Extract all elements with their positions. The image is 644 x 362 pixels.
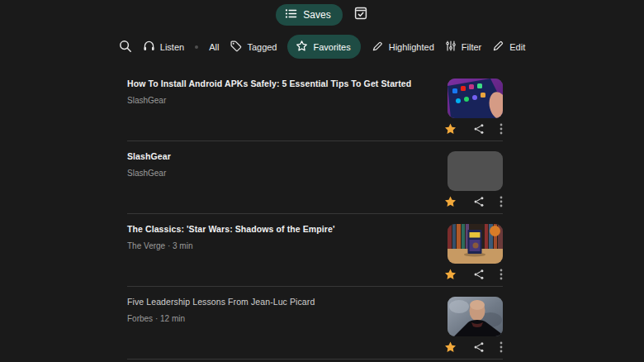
listen-label: Listen xyxy=(160,42,184,52)
pencil-icon xyxy=(492,40,504,54)
sliders-icon xyxy=(445,40,457,54)
bulk-edit-button[interactable] xyxy=(353,6,368,23)
edit-button[interactable]: Edit xyxy=(492,40,525,54)
saves-button[interactable]: Saves xyxy=(276,4,342,26)
item-thumbnail-star-wars-box xyxy=(447,224,503,264)
item-text: Five Leadership Lessons From Jean-Luc Pi… xyxy=(127,297,443,354)
item-text: SlashGear SlashGear xyxy=(127,151,443,208)
list-item[interactable]: The Classics: 'Star Wars: Shadows of the… xyxy=(127,214,503,281)
favorite-button[interactable] xyxy=(443,195,457,208)
edit-label: Edit xyxy=(509,42,525,52)
tag-icon xyxy=(230,40,242,54)
filter-toolbar: Listen All Tagged Favorites Highlighted xyxy=(0,35,644,59)
search-icon xyxy=(119,40,132,55)
share-button[interactable] xyxy=(473,123,485,135)
item-actions xyxy=(443,195,503,208)
overflow-menu-button[interactable] xyxy=(500,196,503,207)
item-thumbnail-placeholder xyxy=(447,151,503,191)
item-title: The Classics: 'Star Wars: Shadows of the… xyxy=(127,224,429,235)
filter-button[interactable]: Filter xyxy=(445,40,481,54)
share-button[interactable] xyxy=(473,269,485,280)
item-title: SlashGear xyxy=(127,151,429,162)
tab-all[interactable]: All xyxy=(209,42,219,52)
item-title: How To Install Android APKs Safely: 5 Es… xyxy=(127,79,429,89)
list-item[interactable]: SlashGear SlashGear xyxy=(127,141,503,208)
item-byline: Forbes · 12 min xyxy=(127,314,429,323)
item-title: Five Leadership Lessons From Jean-Luc Pi… xyxy=(127,297,429,307)
item-thumbnail-android-apps xyxy=(447,79,503,118)
saves-button-label: Saves xyxy=(303,9,330,21)
list-item[interactable]: How To Install Android APKs Safely: 5 Es… xyxy=(127,69,503,136)
favorite-button[interactable] xyxy=(443,122,457,136)
item-text: The Classics: 'Star Wars: Shadows of the… xyxy=(127,224,443,281)
headphones-icon xyxy=(143,40,155,54)
divider xyxy=(127,359,503,360)
share-button[interactable] xyxy=(473,196,485,207)
filter-label: Filter xyxy=(462,42,481,52)
item-actions xyxy=(443,268,503,281)
highlighted-label: Highlighted xyxy=(389,42,434,52)
favorites-label: Favorites xyxy=(313,42,350,52)
star-outline-icon xyxy=(296,40,308,54)
item-text: How To Install Android APKs Safely: 5 Es… xyxy=(127,79,443,136)
tab-favorites[interactable]: Favorites xyxy=(287,35,360,59)
overflow-menu-button[interactable] xyxy=(500,269,503,280)
top-bar: Saves xyxy=(0,0,644,25)
tab-highlighted[interactable]: Highlighted xyxy=(372,40,434,54)
highlighter-icon xyxy=(372,40,384,54)
checkbox-icon xyxy=(353,6,368,23)
list-icon xyxy=(285,8,297,21)
item-actions xyxy=(443,122,503,136)
tagged-label: Tagged xyxy=(247,42,277,52)
share-button[interactable] xyxy=(473,341,485,353)
favorite-button[interactable] xyxy=(443,268,457,281)
separator-dot xyxy=(195,45,198,49)
list-item[interactable]: Five Leadership Lessons From Jean-Luc Pi… xyxy=(127,287,503,354)
item-byline: SlashGear xyxy=(127,169,429,178)
item-thumbnail-picard xyxy=(447,297,503,336)
item-byline: SlashGear xyxy=(127,96,429,105)
saves-list: How To Install Android APKs Safely: 5 Es… xyxy=(127,69,503,360)
item-byline: The Verge · 3 min xyxy=(127,241,429,250)
listen-button[interactable]: Listen xyxy=(143,40,184,54)
overflow-menu-button[interactable] xyxy=(500,123,503,135)
tab-tagged[interactable]: Tagged xyxy=(230,40,277,54)
search-button[interactable] xyxy=(119,40,132,55)
favorite-button[interactable] xyxy=(443,341,457,354)
all-label: All xyxy=(209,42,219,52)
item-actions xyxy=(443,341,503,354)
overflow-menu-button[interactable] xyxy=(500,341,503,353)
